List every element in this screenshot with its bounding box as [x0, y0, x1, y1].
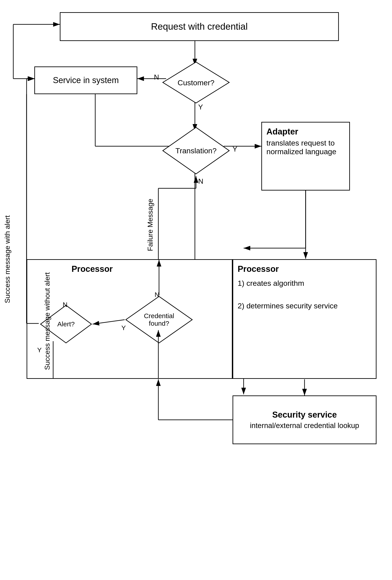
svg-line-24: [93, 320, 125, 324]
credential-diamond: Credential found?: [125, 295, 193, 344]
failure-message-label: Failure Message: [146, 193, 154, 257]
security-body: internal/external credential lookup: [250, 421, 359, 430]
adapter-body: translates request to normalized languag…: [266, 139, 345, 156]
request-box: Request with credential: [60, 12, 339, 41]
customer-diamond: Customer?: [162, 61, 230, 104]
translation-y-label: Y: [233, 145, 237, 153]
customer-y-label: Y: [198, 103, 203, 111]
translation-n-label: N: [198, 177, 203, 185]
success-without-alert-label: Success message without alert: [43, 270, 51, 372]
translation-diamond: Translation?: [162, 126, 230, 175]
alert-n-label: N: [63, 301, 68, 308]
success-with-alert-label: Success message with alert: [3, 195, 11, 323]
customer-n-label: N: [154, 73, 159, 81]
adapter-box: Adapter translates request to normalized…: [261, 122, 350, 190]
service-box: Service in system: [34, 66, 137, 94]
processor-right-container: Processor 1) creates algorithm 2) determ…: [233, 259, 377, 379]
processor-right-title: Processor: [238, 264, 279, 274]
processor-right-body: 1) creates algorithm 2) determines secur…: [238, 278, 338, 311]
flowchart-diagram: Request with credential Service in syste…: [0, 0, 392, 580]
alert-y-label: Y: [37, 346, 42, 354]
security-title: Security service: [272, 410, 337, 420]
processor-left-container: Processor Credential found? Alert? N Y N: [27, 259, 233, 379]
credential-y-label: Y: [121, 324, 126, 332]
security-service-box: Security service internal/external crede…: [233, 396, 377, 444]
credential-n-label: N: [155, 291, 159, 298]
adapter-title: Adapter: [266, 127, 298, 137]
processor-left-title: Processor: [72, 264, 113, 274]
